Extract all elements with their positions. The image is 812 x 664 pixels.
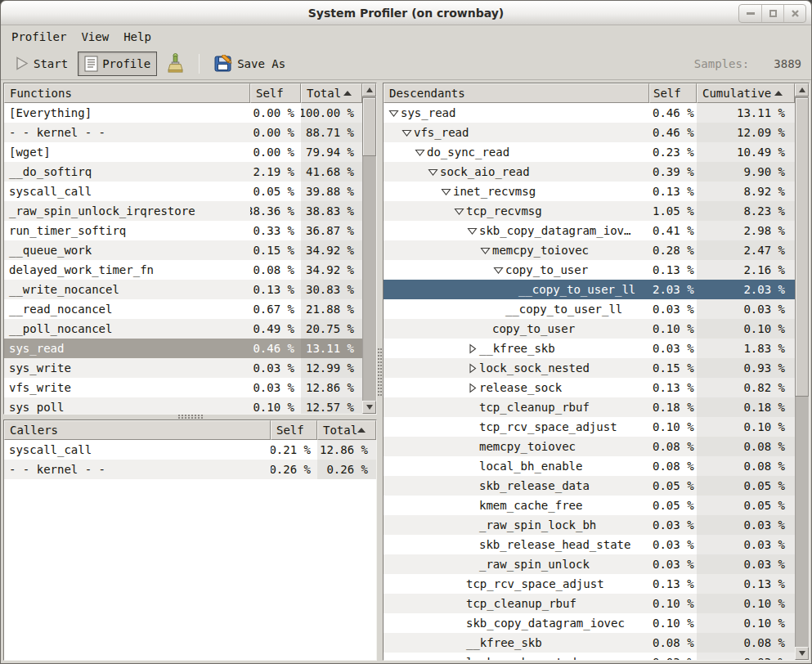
- table-row[interactable]: tcp_cleanup_rbuf0.18 %0.18 %: [384, 397, 795, 417]
- scroll-up-button[interactable]: [362, 83, 376, 96]
- expander-open-icon[interactable]: [402, 128, 414, 138]
- scrollbar-thumb[interactable]: [362, 97, 376, 156]
- menu-view[interactable]: View: [74, 28, 116, 46]
- table-row[interactable]: sys_read0.46 %13.11 %: [384, 103, 795, 123]
- table-row[interactable]: _raw_spin_lock_bh0.03 %0.03 %: [384, 515, 795, 535]
- table-row[interactable]: vfs_read0.46 %12.09 %: [384, 123, 795, 142]
- column-header-total[interactable]: Total: [301, 83, 362, 103]
- menu-help[interactable]: Help: [116, 28, 159, 46]
- table-row[interactable]: __copy_to_user_ll2.03 %2.03 %: [384, 280, 795, 299]
- expander-open-icon[interactable]: [467, 226, 479, 236]
- vertical-splitter[interactable]: [377, 83, 383, 662]
- table-row[interactable]: delayed_work_timer_fn0.08 %34.92 %: [4, 260, 362, 280]
- table-row[interactable]: __do_softirq2.19 %41.68 %: [4, 162, 362, 182]
- self-percent: 2.03 %: [649, 280, 697, 299]
- table-row[interactable]: __poll_nocancel0.49 %20.75 %: [4, 319, 362, 339]
- start-button[interactable]: Start: [7, 52, 74, 75]
- scrollbar-thumb[interactable]: [795, 97, 809, 397]
- expander-closed-icon[interactable]: [467, 343, 479, 354]
- expander-spacer: [467, 559, 479, 570]
- scroll-down-button[interactable]: [362, 401, 376, 414]
- expander-closed-icon[interactable]: [467, 383, 479, 393]
- table-row[interactable]: run_timer_softirq0.33 %36.87 %: [4, 221, 362, 240]
- expander-open-icon[interactable]: [480, 245, 492, 256]
- table-row[interactable]: sys_poll0.10 %12.57 %: [4, 397, 362, 414]
- table-row[interactable]: __queue_work0.15 %34.92 %: [4, 240, 362, 260]
- table-row[interactable]: lock_sock_nested0.15 %0.93 %: [384, 358, 795, 378]
- column-header-cumulative[interactable]: Cumulative: [697, 83, 795, 103]
- table-row[interactable]: syscall_call0.21 %12.86 %: [4, 440, 376, 460]
- expander-open-icon[interactable]: [415, 147, 427, 158]
- expander-open-icon[interactable]: [428, 167, 440, 177]
- expander-open-icon[interactable]: [493, 265, 505, 276]
- table-row[interactable]: release_sock0.13 %0.82 %: [384, 378, 795, 397]
- column-header-descendants[interactable]: Descendants: [384, 83, 649, 103]
- table-row[interactable]: kmem_cache_free0.05 %0.05 %: [384, 496, 795, 515]
- save-as-button[interactable]: Save As: [208, 51, 292, 77]
- function-name: tcp_rcv_space_adjust: [384, 574, 649, 594]
- scroll-down-button[interactable]: [795, 647, 809, 660]
- callers-panel: Callers Self Total syscall_call0.21 %12.…: [3, 419, 377, 661]
- scroll-up-button[interactable]: [795, 83, 809, 96]
- table-row[interactable]: local_bh_enable0.08 %0.08 %: [384, 456, 795, 476]
- table-row[interactable]: memcpy_toiovec0.28 %2.47 %: [384, 240, 795, 260]
- table-row[interactable]: __read_nocancel0.67 %21.88 %: [4, 299, 362, 319]
- table-row[interactable]: __copy_to_user_ll0.03 %0.03 %: [384, 299, 795, 319]
- column-header-functions[interactable]: Functions: [4, 83, 250, 103]
- cumulative-percent: 8.23 %: [697, 201, 795, 221]
- table-row[interactable]: __write_nocancel0.13 %30.83 %: [4, 280, 362, 299]
- table-row[interactable]: skb_copy_datagram_iov…0.41 %2.98 %: [384, 221, 795, 240]
- column-header-callers[interactable]: Callers: [4, 420, 271, 440]
- table-row[interactable]: skb_release_data0.05 %0.05 %: [384, 476, 795, 496]
- table-row[interactable]: [wget]0.00 %79.94 %: [4, 142, 362, 162]
- table-row[interactable]: tcp_cleanup_rbuf0.10 %0.10 %: [384, 594, 795, 613]
- table-row[interactable]: copy_to_user0.13 %2.16 %: [384, 260, 795, 280]
- column-header-self[interactable]: Self: [649, 83, 697, 103]
- expander-open-icon[interactable]: [441, 186, 453, 197]
- table-row[interactable]: vfs_write0.03 %12.86 %: [4, 378, 362, 397]
- descendants-scrollbar[interactable]: [795, 83, 809, 660]
- table-row[interactable]: syscall_call0.05 %39.88 %: [4, 182, 362, 201]
- table-row[interactable]: sys_write0.03 %12.99 %: [4, 358, 362, 378]
- table-row[interactable]: sys_read0.46 %13.11 %: [4, 339, 362, 358]
- table-row[interactable]: - - kernel - -0.26 %0.26 %: [4, 460, 376, 479]
- table-row[interactable]: [Everything]0.00 %100.00 %: [4, 103, 362, 123]
- table-row[interactable]: sock_aio_read0.39 %9.90 %: [384, 162, 795, 182]
- table-row[interactable]: inet_recvmsg0.13 %8.92 %: [384, 182, 795, 201]
- table-row[interactable]: tcp_rcv_space_adjust0.13 %0.13 %: [384, 574, 795, 594]
- table-row[interactable]: memcpy_toiovec0.08 %0.08 %: [384, 437, 795, 456]
- expander-open-icon[interactable]: [454, 206, 466, 217]
- self-percent: 0.13 %: [649, 378, 697, 397]
- function-label: inet_recvmsg: [453, 185, 536, 198]
- profile-toggle-button[interactable]: Profile: [78, 52, 157, 76]
- table-row[interactable]: copy_to_user0.10 %0.10 %: [384, 319, 795, 339]
- reset-button[interactable]: [160, 49, 191, 78]
- titlebar[interactable]: System Profiler (on crownbay): [1, 1, 811, 25]
- menu-profiler[interactable]: Profiler: [4, 28, 74, 46]
- minimize-button[interactable]: [739, 5, 761, 22]
- table-row[interactable]: _raw_spin_unlock0.03 %0.03 %: [384, 554, 795, 574]
- maximize-button[interactable]: [761, 5, 783, 22]
- column-header-total[interactable]: Total: [317, 420, 376, 440]
- close-button[interactable]: [783, 5, 805, 22]
- table-row[interactable]: do_sync_read0.23 %10.49 %: [384, 142, 795, 162]
- function-name: _raw_spin_unlock: [384, 554, 649, 574]
- table-row[interactable]: __kfree_skb0.03 %1.83 %: [384, 339, 795, 358]
- column-header-self[interactable]: Self: [271, 420, 317, 440]
- table-row[interactable]: - - kernel - -0.00 %88.71 %: [4, 123, 362, 142]
- functions-scrollbar[interactable]: [362, 83, 376, 414]
- table-row[interactable]: tcp_recvmsg1.05 %8.23 %: [384, 201, 795, 221]
- start-label: Start: [34, 57, 68, 70]
- function-name: memcpy_toiovec: [384, 437, 649, 456]
- table-row[interactable]: skb_copy_datagram_iovec0.10 %0.10 %: [384, 613, 795, 633]
- maximize-icon: [769, 10, 777, 17]
- column-header-self[interactable]: Self: [250, 83, 301, 103]
- expander-closed-icon[interactable]: [467, 363, 479, 374]
- table-row[interactable]: tcp_rcv_space_adjust0.10 %0.10 %: [384, 417, 795, 437]
- table-row[interactable]: skb_release_head_state0.03 %0.03 %: [384, 535, 795, 554]
- table-row[interactable]: __kfree_skb0.08 %0.08 %: [384, 633, 795, 653]
- table-row[interactable]: lock_sock_nested0.03 %0.03 %: [384, 653, 795, 660]
- table-row[interactable]: _raw_spin_unlock_irqrestore38.36 %38.83 …: [4, 201, 362, 221]
- expander-open-icon[interactable]: [388, 108, 401, 119]
- function-label: sys_read: [401, 106, 455, 119]
